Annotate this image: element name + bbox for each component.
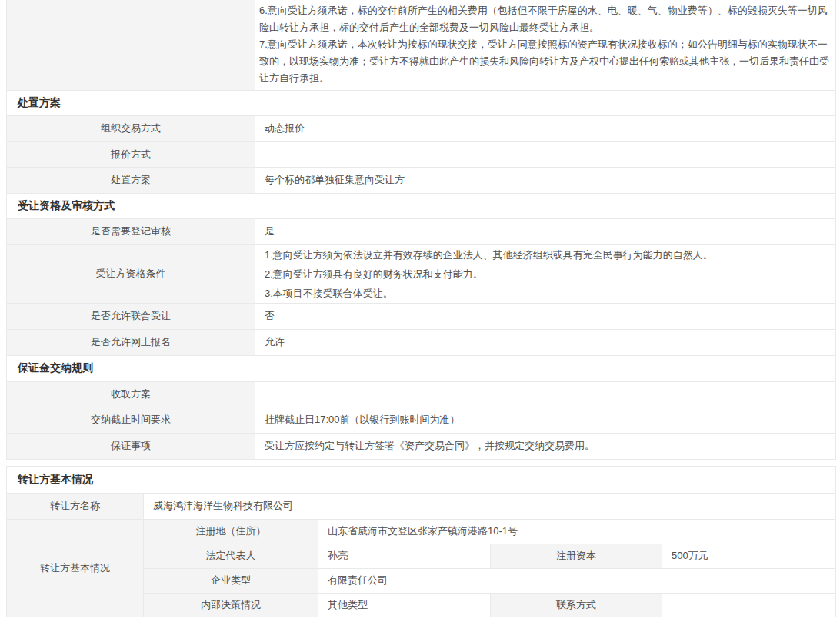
field-value-contact-method	[662, 593, 836, 617]
field-label-contact-method: 联系方式	[491, 593, 662, 617]
table-row: 组织交易方式 动态报价	[7, 115, 836, 141]
terms-label-cell	[7, 0, 255, 90]
field-value-quote-method	[255, 141, 836, 167]
field-label-registered-capital: 注册资本	[491, 544, 662, 568]
table-row: 报价方式	[7, 141, 836, 167]
terms-item-6: 6.意向受让方须承诺，标的交付前所产生的相关费用（包括但不限于房屋的水、电、暖、…	[259, 2, 832, 36]
field-value-enterprise-type: 有限责任公司	[318, 568, 836, 593]
field-label-quote-method: 报价方式	[7, 141, 255, 167]
field-label-transferor-basic-info: 转让方基本情况	[7, 519, 144, 617]
field-value-registered-capital: 500万元	[662, 544, 836, 568]
field-value-internal-decision: 其他类型	[318, 593, 491, 617]
qualification-line-2: 2.意向受让方须具有良好的财务状况和支付能力。	[265, 264, 826, 284]
field-value-organize-trade-method: 动态报价	[255, 115, 836, 141]
field-label-enterprise-type: 企业类型	[144, 568, 318, 593]
field-label-need-registration-review: 是否需要登记审核	[7, 218, 255, 244]
transfer-terms-text-cell: 6.意向受让方须承诺，标的交付前所产生的相关费用（包括但不限于房屋的水、电、暖、…	[255, 0, 836, 90]
asset-transfer-detail-page: 6.意向受让方须承诺，标的交付前所产生的相关费用（包括但不限于房屋的水、电、暖、…	[0, 0, 840, 622]
table-row: 受让资格及审核方式	[7, 193, 836, 218]
field-label-registered-address: 注册地（住所）	[144, 519, 318, 544]
section-header-deposit-rules: 保证金交纳规则	[7, 355, 836, 381]
field-value-guarantee-matters: 受让方应按约定与转让方签署《资产交易合同》，并按规定交纳交易费用。	[255, 433, 836, 459]
table-row: 处置方案	[7, 90, 836, 115]
field-value-disposal-plan: 每个标的都单独征集意向受让方	[255, 167, 836, 193]
table-row: 转让方基本情况 注册地（住所） 山东省威海市文登区张家产镇海港路10-1号	[7, 519, 836, 544]
section-header-transferor-info: 转让方基本情况	[7, 466, 836, 493]
field-label-legal-representative: 法定代表人	[144, 544, 318, 568]
field-value-collection-plan	[255, 381, 836, 407]
field-label-internal-decision: 内部决策情况	[144, 593, 318, 617]
table-row: 收取方案	[7, 381, 836, 407]
qualification-line-3: 3.本项目不接受联合体受让。	[265, 284, 826, 303]
field-label-allow-joint-transfer: 是否允许联合受让	[7, 303, 255, 329]
field-label-disposal-plan: 处置方案	[7, 167, 255, 193]
table-row: 受让方资格条件 1.意向受让方须为依法设立并有效存续的企业法人、其他经济组织或具…	[7, 244, 836, 303]
table-row: 是否允许联合受让 否	[7, 303, 836, 329]
table-row: 6.意向受让方须承诺，标的交付前所产生的相关费用（包括但不限于房屋的水、电、暖、…	[7, 0, 836, 90]
table-row: 保证事项 受让方应按约定与转让方签署《资产交易合同》，并按规定交纳交易费用。	[7, 433, 836, 459]
table-row: 转让方名称 威海鸿沣海洋生物科技有限公司	[7, 493, 836, 519]
terms-item-7: 7.意向受让方须承诺，本次转让为按标的现状交接，受让方同意按照标的资产现有状况接…	[259, 36, 832, 87]
field-label-guarantee-matters: 保证事项	[7, 433, 255, 459]
table-row: 保证金交纳规则	[7, 355, 836, 381]
field-label-collection-plan: 收取方案	[7, 381, 255, 407]
table-row: 转让方基本情况	[7, 466, 836, 493]
table-row: 处置方案 每个标的都单独征集意向受让方	[7, 167, 836, 193]
section-header-transferee-qualification: 受让资格及审核方式	[7, 193, 836, 218]
field-value-need-registration-review: 是	[255, 218, 836, 244]
field-label-allow-online-signup: 是否允许网上报名	[7, 329, 255, 355]
field-label-payment-deadline: 交纳截止时间要求	[7, 407, 255, 433]
field-value-allow-online-signup: 允许	[255, 329, 836, 355]
section-header-disposal-plan: 处置方案	[7, 90, 836, 115]
listing-detail-table: 6.意向受让方须承诺，标的交付前所产生的相关费用（包括但不限于房屋的水、电、暖、…	[6, 0, 836, 460]
table-row: 交纳截止时间要求 挂牌截止日17:00前（以银行到账时间为准）	[7, 407, 836, 433]
field-value-legal-representative: 孙亮	[318, 544, 491, 568]
table-row: 是否需要登记审核 是	[7, 218, 836, 244]
field-label-organize-trade-method: 组织交易方式	[7, 115, 255, 141]
transferor-info-table: 转让方基本情况 转让方名称 威海鸿沣海洋生物科技有限公司 转让方基本情况 注册地…	[6, 466, 836, 617]
field-value-transferor-name: 威海鸿沣海洋生物科技有限公司	[144, 493, 836, 519]
field-value-allow-joint-transfer: 否	[255, 303, 836, 329]
field-value-transferee-qualification: 1.意向受让方须为依法设立并有效存续的企业法人、其他经济组织或具有完全民事行为能…	[255, 244, 836, 303]
field-value-payment-deadline: 挂牌截止日17:00前（以银行到账时间为准）	[255, 407, 836, 433]
qualification-line-1: 1.意向受让方须为依法设立并有效存续的企业法人、其他经济组织或具有完全民事行为能…	[265, 245, 826, 264]
table-row: 是否允许网上报名 允许	[7, 329, 836, 355]
field-label-transferee-qualification: 受让方资格条件	[7, 244, 255, 303]
field-value-registered-address: 山东省威海市文登区张家产镇海港路10-1号	[318, 519, 836, 544]
field-label-transferor-name: 转让方名称	[7, 493, 144, 519]
